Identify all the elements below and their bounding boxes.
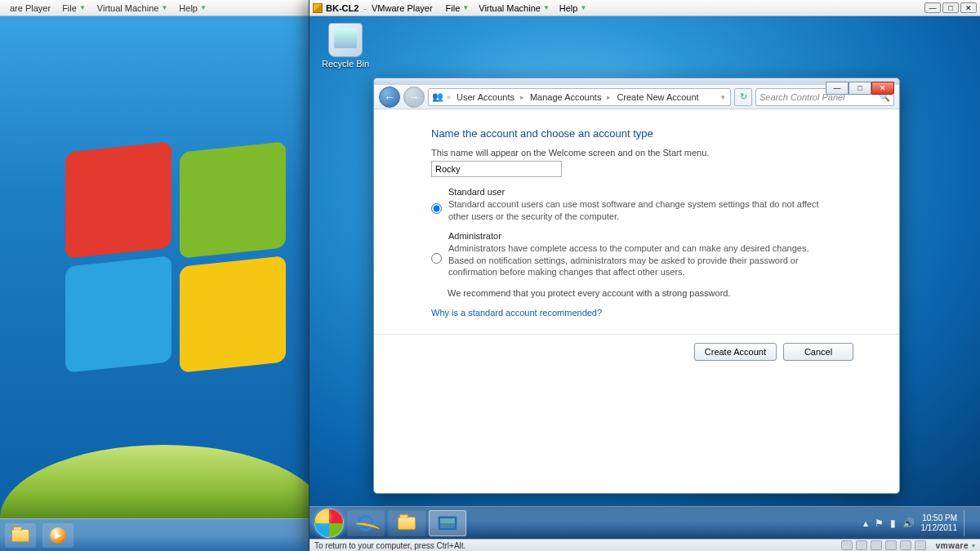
dropdown-icon: ▼	[462, 4, 469, 11]
desktop-background-outer: are Player File▼ Virtual Machine▼ Help▼ …	[0, 0, 980, 551]
vm-name-label: BK-CL2	[326, 3, 359, 13]
option-standard-user[interactable]: Standard user Standard account users can…	[431, 185, 866, 229]
recycle-bin-icon	[328, 23, 363, 57]
vmware-player-window: BK-CL2 - VMware Player File▼ Virtual Mac…	[309, 0, 980, 551]
radio-administrator[interactable]	[431, 232, 442, 286]
option-administrator[interactable]: Administrator Administrators have comple…	[431, 229, 866, 286]
vmware-titlebar[interactable]: BK-CL2 - VMware Player File▼ Virtual Mac…	[310, 0, 980, 16]
folder-icon	[398, 517, 416, 530]
vmware-icon	[313, 3, 323, 13]
option-admin-label: Administrator	[448, 231, 832, 241]
dropdown-icon: ▼	[543, 4, 550, 11]
show-desktop-button[interactable]	[964, 510, 970, 536]
vmware-status-bar: To return to your computer, press Ctrl+A…	[310, 539, 980, 551]
page-subheading: This name will appear on the Welcome scr…	[431, 148, 866, 158]
address-breadcrumb[interactable]: 👥 « User Accounts ▸ Manage Accounts ▸ Cr…	[428, 88, 731, 106]
menu-file[interactable]: File▼	[441, 2, 474, 15]
vm-app-label: VMware Player	[372, 3, 433, 13]
device-sound-icon[interactable]	[915, 540, 926, 550]
page-heading: Name the account and choose an account t…	[431, 127, 866, 140]
outer-menu-virtual-machine[interactable]: Virtual Machine▼	[92, 2, 173, 15]
menu-help[interactable]: Help▼	[555, 2, 592, 15]
vmware-hint-text: To return to your computer, press Ctrl+A…	[314, 541, 466, 550]
taskbar-explorer-button[interactable]	[5, 523, 36, 548]
refresh-button[interactable]: ↻	[734, 88, 752, 106]
device-cd-icon[interactable]	[856, 540, 867, 550]
create-account-button[interactable]: Create Account	[694, 343, 777, 361]
start-button[interactable]	[314, 509, 344, 538]
arrow-left-icon: ←	[384, 91, 395, 104]
wmp-icon: ▶	[50, 527, 66, 544]
network-icon[interactable]: ▮	[890, 518, 896, 529]
action-center-icon[interactable]: ⚑	[875, 518, 884, 529]
recycle-bin-shortcut[interactable]: Recycle Bin	[319, 23, 372, 69]
folder-icon	[11, 529, 29, 542]
taskbar-control-panel-button[interactable]	[429, 510, 466, 536]
option-standard-label: Standard user	[448, 187, 832, 197]
cancel-button[interactable]: Cancel	[783, 343, 853, 361]
taskbar-media-player-button[interactable]: ▶	[42, 523, 74, 548]
account-name-input[interactable]	[431, 161, 562, 177]
chevron-left-icon: «	[447, 93, 451, 101]
close-button[interactable]: ✕	[960, 2, 977, 13]
breadcrumb-create-new-account[interactable]: Create New Account	[614, 91, 701, 103]
option-standard-desc: Standard account users can use most soft…	[448, 197, 832, 229]
recycle-bin-label: Recycle Bin	[319, 59, 372, 69]
outer-vm-title-fragment: are Player	[5, 2, 56, 15]
clock-time: 10:50 PM	[921, 513, 958, 523]
dropdown-icon: ▼	[79, 4, 86, 11]
radio-standard-user[interactable]	[431, 188, 442, 229]
cp-minimize-button[interactable]: ―	[826, 82, 849, 95]
outer-menu-file[interactable]: File▼	[57, 2, 91, 15]
menu-virtual-machine[interactable]: Virtual Machine▼	[474, 2, 555, 15]
breadcrumb-user-accounts[interactable]: User Accounts	[454, 91, 517, 103]
user-accounts-tiny-icon: 👥	[432, 91, 443, 102]
cp-maximize-button[interactable]: □	[849, 82, 871, 95]
guest-desktop[interactable]: Recycle Bin ― □ ✕ ← → 👥 «	[310, 16, 980, 506]
system-tray: ▴ ⚑ ▮ 🔊 10:50 PM 1/12/2011	[863, 510, 976, 536]
dropdown-icon: ▼	[161, 4, 167, 11]
option-admin-desc: Administrators have complete access to t…	[448, 241, 832, 286]
taskbar-explorer-button[interactable]	[388, 510, 425, 536]
device-hdd-icon[interactable]	[841, 540, 853, 550]
forward-button[interactable]: →	[403, 87, 425, 108]
control-panel-window: ― □ ✕ ← → 👥 « User Accounts ▸ Manage Acc…	[373, 78, 900, 494]
maximize-button[interactable]: □	[942, 2, 959, 13]
breadcrumb-manage-accounts[interactable]: Manage Accounts	[528, 91, 604, 103]
outer-vm-desktop[interactable]	[0, 16, 310, 518]
taskbar-ie-button[interactable]	[347, 510, 385, 536]
vmware-brand-label: vmware	[936, 541, 969, 550]
minimize-button[interactable]: ―	[924, 2, 941, 13]
device-usb-icon[interactable]	[900, 540, 911, 550]
back-button[interactable]: ←	[379, 87, 400, 108]
guest-taskbar: ▴ ⚑ ▮ 🔊 10:50 PM 1/12/2011	[310, 506, 980, 539]
dropdown-icon: ▼	[200, 4, 207, 11]
vmware-brand-dropdown-icon[interactable]: ▾	[972, 542, 975, 549]
windows-logo-icon	[65, 147, 294, 375]
show-hidden-icons-button[interactable]: ▴	[863, 518, 868, 529]
taskbar-clock[interactable]: 10:50 PM 1/12/2011	[921, 513, 958, 533]
why-standard-link[interactable]: Why is a standard account recommended?	[431, 308, 866, 318]
password-recommendation: We recommend that you protect every acco…	[448, 288, 866, 298]
clock-date: 1/12/2011	[921, 523, 958, 533]
refresh-icon: ↻	[740, 91, 747, 102]
outer-menu-help[interactable]: Help▼	[174, 2, 212, 15]
device-network-icon[interactable]	[885, 540, 897, 550]
chevron-down-icon[interactable]: ▾	[721, 93, 725, 101]
wallpaper-hill	[0, 445, 310, 518]
volume-icon[interactable]: 🔊	[902, 518, 915, 529]
control-panel-icon	[438, 516, 457, 531]
chevron-right-icon: ▸	[607, 93, 611, 101]
window-frame-top[interactable]	[374, 78, 899, 85]
arrow-right-icon: →	[408, 91, 420, 104]
dropdown-icon: ▼	[580, 4, 586, 11]
chevron-right-icon: ▸	[520, 93, 524, 101]
outer-vm-taskbar: ▶	[0, 518, 310, 551]
cp-close-button[interactable]: ✕	[871, 82, 894, 95]
cp-navigation-bar: ← → 👥 « User Accounts ▸ Manage Accounts …	[374, 85, 899, 109]
cp-content: Name the account and choose an account t…	[374, 109, 899, 361]
internet-explorer-icon	[356, 513, 376, 533]
device-floppy-icon[interactable]	[871, 540, 882, 550]
